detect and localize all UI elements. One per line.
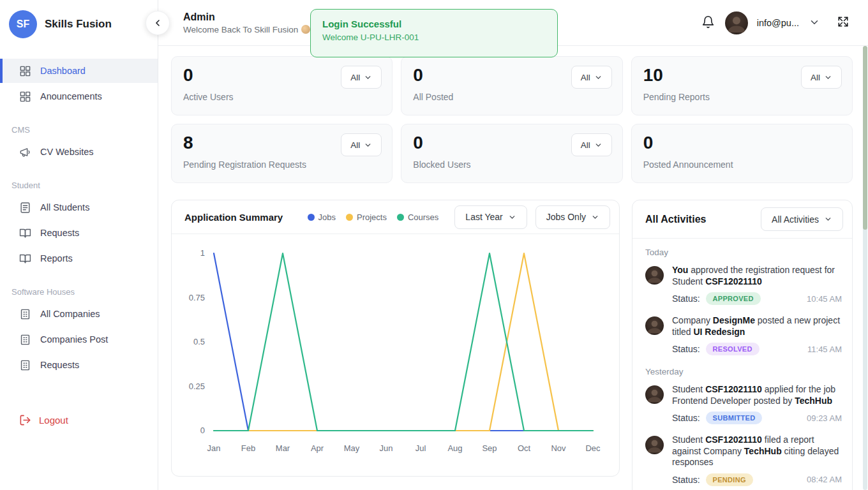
svg-text:Nov: Nov	[551, 443, 566, 453]
status-badge: APPROVED	[706, 292, 761, 305]
page-subtitle: Welcome Back To Skill Fusion	[183, 25, 298, 34]
sidebar-item-label: Dashboard	[40, 66, 86, 76]
svg-text:Sep: Sep	[482, 443, 497, 453]
sidebar-item-label: CV Websites	[40, 147, 94, 157]
sidebar-item-requests[interactable]: Requests	[0, 353, 158, 377]
chevron-down-icon	[364, 73, 372, 82]
chart-filter-jobs-only[interactable]: Jobs Only	[535, 205, 610, 229]
stat-label: Blocked Users	[413, 160, 610, 170]
grid-icon	[19, 65, 31, 77]
stat-filter-dropdown[interactable]: All	[571, 66, 612, 89]
stat-card-active-users: 0Active UsersAll	[171, 56, 393, 115]
fullscreen-button[interactable]	[836, 16, 850, 30]
activity-group-label: Yesterday	[645, 367, 842, 376]
sidebar-item-requests[interactable]: Requests	[0, 221, 158, 245]
toast-message: Welcome U-PU-LHR-001	[322, 33, 546, 42]
chart-filters: Last YearJobs Only	[454, 205, 610, 229]
svg-text:Aug: Aug	[447, 443, 462, 453]
page-scrollbar[interactable]	[863, 46, 867, 490]
sidebar-item-all-students[interactable]: All Students	[0, 195, 158, 219]
legend-dot	[397, 214, 404, 221]
activity-time: 11:45 AM	[807, 345, 842, 354]
stats-grid: 0Active UsersAll0All PostedAll10Pending …	[171, 56, 853, 183]
megaphone-icon	[19, 146, 31, 158]
sidebar-item-dashboard[interactable]: Dashboard	[0, 59, 158, 83]
user-menu-button[interactable]	[808, 17, 821, 29]
activity-text: Student CSF12021110 applied for the job …	[672, 384, 842, 406]
book-open-icon	[19, 227, 31, 239]
legend-label: Jobs	[318, 212, 336, 222]
sidebar-section-label: CMS	[0, 119, 158, 140]
chart-filter-label: Last Year	[465, 212, 502, 222]
legend-dot	[346, 214, 353, 221]
stat-filter-dropdown[interactable]: All	[801, 66, 842, 89]
activity-status-row: Status:PENDING08:42 AM	[672, 473, 842, 486]
legend-item-courses: Courses	[397, 212, 438, 222]
legend-item-projects: Projects	[346, 212, 387, 222]
topbar-right: info@pu...	[701, 11, 850, 34]
user-avatar[interactable]	[725, 11, 748, 34]
sidebar-item-cv-websites[interactable]: CV Websites	[0, 140, 158, 164]
series-courses	[214, 253, 593, 431]
logout-button[interactable]: Logout	[0, 408, 158, 432]
brand: SF Skills Fusion	[0, 9, 158, 40]
stat-label: All Posted	[413, 92, 610, 102]
sidebar-item-companies-post[interactable]: Companies Post	[0, 327, 158, 352]
svg-text:Apr: Apr	[311, 443, 324, 453]
series-jobs	[214, 253, 593, 431]
sidebar-item-label: Companies Post	[40, 334, 108, 345]
avatar	[645, 385, 664, 404]
building-icon	[19, 308, 31, 320]
svg-text:0.25: 0.25	[189, 382, 205, 391]
status-label: Status:	[672, 413, 700, 423]
stat-filter-dropdown[interactable]: All	[341, 66, 382, 89]
chevron-down-icon	[364, 141, 372, 149]
sidebar-nav: DashboardAnouncementsCMSCV WebsitesStude…	[0, 57, 158, 387]
sidebar-item-all-companies[interactable]: All Companies	[0, 302, 158, 326]
sidebar-item-label: All Students	[40, 202, 89, 212]
svg-text:0.75: 0.75	[189, 293, 205, 302]
svg-text:0.5: 0.5	[193, 337, 205, 346]
activities-list: TodayYou approved the registration reque…	[632, 239, 852, 490]
activity-item: Student CSF12021110 filed a report again…	[645, 434, 842, 490]
activities-filter-dropdown[interactable]: All Activities	[761, 207, 843, 231]
svg-text:Feb: Feb	[241, 443, 255, 453]
user-email: info@pu...	[757, 18, 799, 28]
person-silhouette-icon	[645, 436, 664, 454]
chart-header: Application Summary JobsProjectsCourses …	[172, 200, 619, 234]
activity-group-label: Today	[645, 248, 842, 257]
activities-header: All Activities All Activities	[632, 200, 852, 239]
activity-status-row: Status:APPROVED10:45 AM	[672, 292, 842, 305]
person-silhouette-icon	[645, 316, 664, 335]
person-silhouette-icon	[645, 266, 664, 285]
stat-value: 0	[643, 133, 841, 153]
building-icon	[19, 359, 31, 371]
svg-text:Oct: Oct	[518, 443, 531, 453]
stat-card-pending-registration-requests: 8Pending Registration RequestsAll	[171, 124, 393, 183]
page-title: Admin	[183, 11, 310, 23]
stat-card-posted-announcement: 0Posted Announcement	[631, 124, 853, 183]
activities-filter-label: All Activities	[772, 214, 819, 225]
activity-text: You approved the registration request fo…	[672, 265, 842, 287]
application-summary-card: Application Summary JobsProjectsCourses …	[171, 200, 620, 477]
stat-filter-label: All	[350, 140, 360, 150]
status-label: Status:	[672, 293, 700, 304]
grid-icon	[19, 91, 31, 103]
page-heading: Admin Welcome Back To Skill Fusion	[183, 11, 310, 34]
status-badge: PENDING	[706, 473, 753, 486]
sidebar-item-reports[interactable]: Reports	[0, 246, 158, 271]
chevron-down-icon	[594, 73, 602, 82]
scrollbar-thumb[interactable]	[863, 46, 867, 230]
file-text-icon	[19, 202, 31, 214]
series-projects	[214, 253, 593, 431]
brand-name: Skills Fusion	[45, 18, 112, 31]
chart-filter-last-year[interactable]: Last Year	[454, 205, 527, 229]
sidebar-collapse-button[interactable]	[146, 11, 170, 35]
status-label: Status:	[672, 475, 700, 485]
stat-filter-dropdown[interactable]: All	[341, 133, 382, 156]
stat-filter-dropdown[interactable]: All	[571, 133, 612, 156]
notifications-button[interactable]	[701, 15, 716, 31]
svg-text:Dec: Dec	[585, 443, 601, 453]
main-area: Admin Welcome Back To Skill Fusion	[158, 0, 868, 490]
sidebar-item-anouncements[interactable]: Anouncements	[0, 84, 158, 108]
